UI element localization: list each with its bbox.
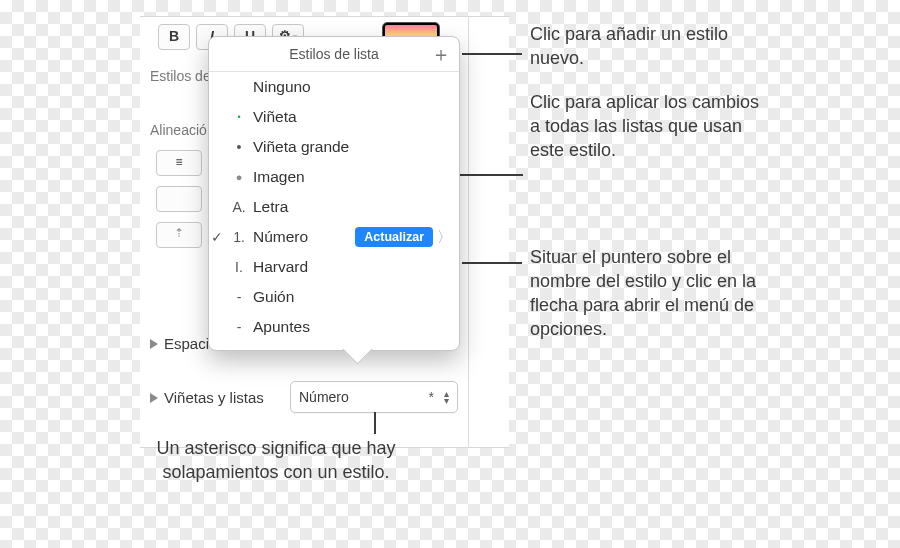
callout-line — [462, 262, 522, 264]
align-left-icon: ≡ — [175, 155, 182, 169]
list-style-item-2[interactable]: •Viñeta grande — [209, 132, 459, 162]
list-style-bullet-preview: - — [225, 289, 253, 305]
callout-options-arrow: Situar el puntero sobre el nombre del es… — [530, 245, 790, 341]
list-style-bullet-preview: A. — [225, 199, 253, 215]
list-style-bullet-preview: 1. — [225, 229, 253, 245]
callout-line — [462, 53, 522, 55]
stepper-chevrons-icon: ▴▾ — [444, 390, 449, 404]
list-style-dropdown[interactable]: Número * ▴▾ — [290, 381, 458, 413]
list-style-bullet-preview: - — [225, 319, 253, 335]
add-list-style-button[interactable]: ＋ — [431, 37, 451, 71]
list-style-item-1[interactable]: •Viñeta — [209, 102, 459, 132]
list-style-dropdown-value: Número — [299, 389, 429, 405]
callout-line — [374, 412, 376, 434]
list-style-item-label: Harvard — [253, 258, 459, 276]
callout-add-style: Clic para añadir un estilo nuevo. — [530, 22, 760, 70]
style-options-arrow-icon[interactable]: 〉 — [435, 228, 459, 247]
list-style-item-label: Apuntes — [253, 318, 459, 336]
list-style-item-3[interactable]: ●Imagen — [209, 162, 459, 192]
list-style-item-label: Imagen — [253, 168, 459, 186]
popover-title-text: Estilos de lista — [289, 46, 378, 62]
list-style-item-4[interactable]: A.Letra — [209, 192, 459, 222]
character-styles-label: Estilos de — [150, 68, 211, 84]
list-style-item-label: Viñeta — [253, 108, 459, 126]
alignment-label: Alineació — [150, 122, 207, 138]
spacing-disclosure-label: Espaci — [164, 335, 209, 352]
list-style-item-label: Guión — [253, 288, 459, 306]
list-style-item-label: Letra — [253, 198, 459, 216]
document-page-edge — [468, 16, 509, 448]
list-style-bullet-preview: I. — [225, 259, 253, 275]
list-style-bullet-preview: • — [225, 112, 253, 122]
list-style-item-8[interactable]: -Apuntes — [209, 312, 459, 342]
disclosure-triangle-icon — [150, 393, 158, 403]
align-left-button[interactable]: ≡ — [156, 150, 202, 176]
spacing-disclosure[interactable]: Espaci — [150, 335, 209, 352]
list-style-item-7[interactable]: -Guión — [209, 282, 459, 312]
align-top-icon: ⇡ — [174, 226, 184, 240]
list-style-item-label: Viñeta grande — [253, 138, 459, 156]
bullets-lists-disclosure[interactable]: Viñetas y listas — [150, 389, 264, 406]
list-styles-popover: Estilos de lista ＋ Ninguno•Viñeta•Viñeta… — [208, 36, 460, 351]
list-style-item-6[interactable]: I.Harvard — [209, 252, 459, 282]
callout-update-style: Clic para aplicar los cambios a todas la… — [530, 90, 760, 162]
list-style-item-label: Número — [253, 228, 355, 246]
list-style-item-5[interactable]: ✓1.NúmeroActualizar〉 — [209, 222, 459, 252]
checkmark-icon: ✓ — [207, 229, 227, 245]
update-style-button[interactable]: Actualizar — [355, 227, 433, 247]
align-segment-placeholder[interactable] — [156, 186, 202, 212]
disclosure-triangle-icon — [150, 339, 158, 349]
bullets-lists-label: Viñetas y listas — [164, 389, 264, 406]
list-style-item-0[interactable]: Ninguno — [209, 72, 459, 102]
list-style-item-label: Ninguno — [253, 78, 459, 96]
popover-title: Estilos de lista ＋ — [209, 37, 459, 72]
override-asterisk: * — [429, 389, 434, 405]
callout-asterisk: Un asterisco significa que hay solapamie… — [156, 436, 396, 484]
list-style-bullet-preview: • — [225, 139, 253, 155]
vertical-align-top-button[interactable]: ⇡ — [156, 222, 202, 248]
list-style-bullet-preview: ● — [225, 171, 253, 183]
bold-button[interactable]: B — [158, 24, 190, 50]
